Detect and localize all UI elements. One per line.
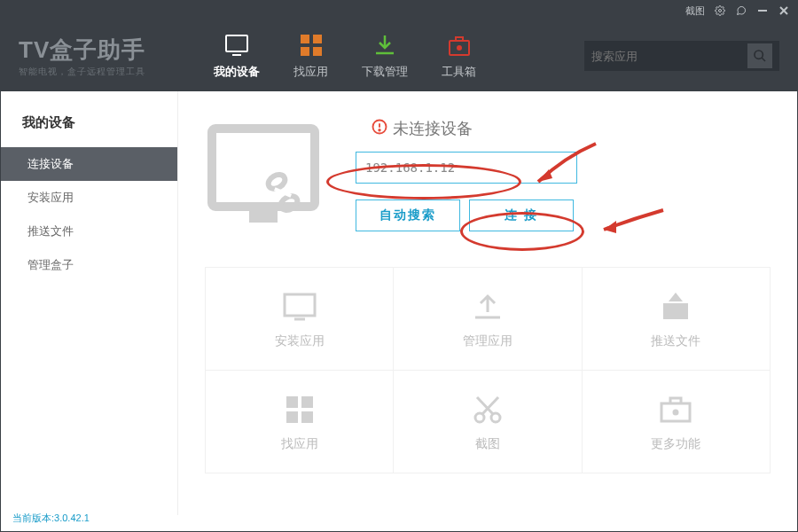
- logo: TV盒子助手 智能电视，盒子远程管理工具: [19, 35, 196, 78]
- nav-label: 工具箱: [442, 64, 476, 80]
- feature-more[interactable]: 更多功能: [583, 371, 771, 473]
- status-line: 未连接设备: [372, 118, 577, 139]
- device-illustration: [205, 121, 329, 228]
- sidebar-title: 我的设备: [1, 104, 177, 147]
- grid-icon: [298, 32, 325, 59]
- feature-label: 推送文件: [651, 333, 700, 349]
- feature-label: 更多功能: [651, 436, 700, 452]
- svg-rect-8: [301, 47, 309, 56]
- version-label: 当前版本:3.0.42.1: [12, 512, 90, 525]
- connect-area: 未连接设备 自动搜索 连 接: [205, 118, 771, 231]
- sidebar-item-connect[interactable]: 连接设备: [1, 147, 177, 181]
- svg-rect-31: [301, 411, 313, 423]
- feature-find-app[interactable]: 找应用: [206, 371, 394, 473]
- feature-label: 管理应用: [463, 333, 512, 349]
- feature-label: 截图: [475, 436, 500, 452]
- search-button[interactable]: [747, 43, 772, 68]
- ip-input[interactable]: [356, 152, 577, 184]
- nav-label: 我的设备: [214, 64, 260, 80]
- svg-point-12: [755, 51, 763, 59]
- svg-marker-27: [669, 293, 683, 301]
- svg-rect-26: [663, 303, 688, 319]
- svg-point-33: [491, 413, 500, 422]
- svg-rect-30: [286, 411, 298, 423]
- toolbox-icon: [446, 32, 473, 59]
- sidebar-item-install[interactable]: 安装应用: [1, 181, 177, 215]
- scissors-icon: [470, 392, 505, 427]
- svg-rect-9: [313, 47, 322, 56]
- monitor-icon: [282, 289, 317, 325]
- speech-icon[interactable]: [735, 4, 747, 17]
- upload-icon: [470, 289, 505, 325]
- minimize-button[interactable]: [756, 4, 769, 17]
- upload-file-icon: [658, 289, 693, 325]
- svg-rect-15: [249, 210, 278, 223]
- gear-icon[interactable]: [714, 4, 726, 17]
- svg-rect-29: [301, 396, 313, 408]
- nav-find-apps[interactable]: 找应用: [293, 32, 328, 80]
- nav-my-devices[interactable]: 我的设备: [214, 32, 260, 80]
- feature-screenshot[interactable]: 截图: [394, 371, 582, 473]
- sidebar-item-manage[interactable]: 管理盒子: [1, 248, 177, 282]
- svg-point-11: [458, 46, 461, 50]
- svg-rect-28: [286, 396, 298, 408]
- feature-manage-app[interactable]: 管理应用: [394, 268, 582, 371]
- sidebar-item-push[interactable]: 推送文件: [1, 215, 177, 248]
- svg-rect-4: [226, 35, 247, 51]
- svg-point-21: [379, 129, 380, 131]
- svg-rect-7: [313, 35, 322, 43]
- toolbox-icon: [658, 392, 693, 427]
- feature-label: 安装应用: [275, 333, 325, 349]
- svg-point-0: [719, 10, 722, 12]
- feature-grid: 安装应用 管理应用 推送文件 找应用: [205, 267, 771, 473]
- monitor-icon: [223, 32, 250, 59]
- close-button[interactable]: [778, 4, 790, 17]
- app-title: TV盒子助手: [19, 35, 196, 66]
- svg-point-32: [475, 413, 484, 422]
- nav-downloads[interactable]: 下载管理: [362, 32, 408, 80]
- grid-icon: [282, 392, 317, 427]
- svg-rect-6: [301, 35, 309, 43]
- svg-rect-14: [212, 129, 315, 207]
- feature-push-file[interactable]: 推送文件: [583, 268, 771, 371]
- search-input[interactable]: [591, 50, 747, 63]
- download-icon: [372, 32, 398, 59]
- svg-rect-24: [285, 294, 315, 316]
- main-nav: 我的设备 找应用 下载管理 工具箱: [214, 32, 476, 80]
- header: TV盒子助手 智能电视，盒子远程管理工具 我的设备 找应用 下载管理 工具箱: [1, 20, 797, 91]
- auto-search-button[interactable]: 自动搜索: [356, 200, 460, 231]
- connect-button[interactable]: 连 接: [469, 200, 574, 231]
- search-icon: [753, 49, 767, 63]
- nav-label: 下载管理: [362, 64, 408, 80]
- main-panel: 未连接设备 自动搜索 连 接: [178, 91, 797, 515]
- svg-line-13: [762, 58, 765, 61]
- app-subtitle: 智能电视，盒子远程管理工具: [19, 66, 196, 78]
- feature-install-app[interactable]: 安装应用: [206, 268, 394, 371]
- warning-icon: [372, 119, 387, 138]
- svg-point-37: [674, 411, 677, 414]
- feature-label: 找应用: [281, 436, 318, 452]
- connect-form: 未连接设备 自动搜索 连 接: [356, 118, 577, 231]
- body: 我的设备 连接设备 安装应用 推送文件 管理盒子: [1, 91, 797, 515]
- nav-toolbox[interactable]: 工具箱: [442, 32, 476, 80]
- search-box: [584, 41, 779, 71]
- status-text: 未连接设备: [393, 118, 473, 139]
- nav-label: 找应用: [293, 64, 328, 80]
- titlebar: 截图: [1, 1, 797, 20]
- screenshot-button[interactable]: 截图: [685, 4, 705, 18]
- sidebar: 我的设备 连接设备 安装应用 推送文件 管理盒子: [1, 91, 178, 515]
